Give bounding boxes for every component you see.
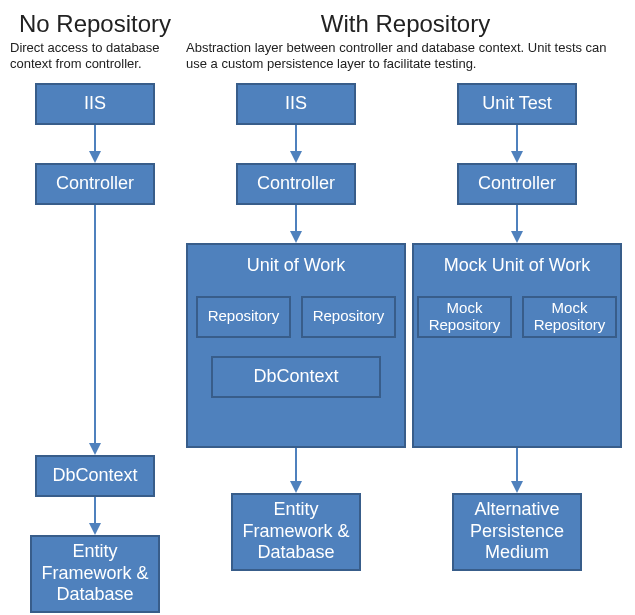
section-title-left: No Repository: [10, 10, 180, 38]
iis-box: IIS: [35, 83, 155, 125]
section-subtitle-right: Abstraction layer between controller and…: [186, 40, 625, 73]
arrow-down-icon: [286, 205, 306, 243]
mock-uow-title: Mock Unit of Work: [444, 255, 591, 276]
svg-marker-11: [290, 481, 302, 493]
mock-repository-box: Mock Repository: [417, 296, 512, 338]
svg-marker-3: [89, 443, 101, 455]
section-subtitle-left: Direct access to database context from c…: [10, 40, 180, 73]
repo-column: IIS Controller Unit of Work Repository R…: [186, 83, 406, 571]
svg-marker-13: [511, 151, 523, 163]
svg-marker-1: [89, 151, 101, 163]
dbcontext-box: DbContext: [35, 455, 155, 497]
arrow-down-icon: [507, 125, 527, 163]
arrow-down-icon: [286, 448, 306, 493]
svg-marker-5: [89, 523, 101, 535]
diagram-container: No Repository Direct access to database …: [10, 10, 625, 613]
controller-box: Controller: [35, 163, 155, 205]
iis-box: IIS: [236, 83, 356, 125]
svg-marker-9: [290, 231, 302, 243]
arrow-down-icon: [85, 497, 105, 535]
mock-repo-row: Mock Repository Mock Repository: [417, 296, 617, 338]
dbcontext-box: DbContext: [211, 356, 381, 398]
controller-box: Controller: [457, 163, 577, 205]
with-repository-section: With Repository Abstraction layer betwee…: [186, 10, 625, 613]
unit-test-box: Unit Test: [457, 83, 577, 125]
controller-box: Controller: [236, 163, 356, 205]
repository-box: Repository: [301, 296, 396, 338]
repository-box: Repository: [196, 296, 291, 338]
arrow-down-icon: [507, 448, 527, 493]
alt-persistence-box: Alternative Persistence Medium: [452, 493, 582, 571]
section-title-right: With Repository: [186, 10, 625, 38]
mock-unit-of-work-box: Mock Unit of Work Mock Repository Mock R…: [412, 243, 622, 448]
ef-database-box: Entity Framework & Database: [231, 493, 361, 571]
no-repository-section: No Repository Direct access to database …: [10, 10, 180, 613]
svg-marker-17: [511, 481, 523, 493]
svg-marker-15: [511, 231, 523, 243]
arrow-down-icon: [85, 125, 105, 163]
arrow-down-icon: [507, 205, 527, 243]
svg-marker-7: [290, 151, 302, 163]
right-columns: IIS Controller Unit of Work Repository R…: [186, 83, 625, 571]
ef-database-box: Entity Framework & Database: [30, 535, 160, 613]
repo-row: Repository Repository: [196, 296, 396, 338]
uow-title: Unit of Work: [247, 255, 346, 276]
mock-repository-box: Mock Repository: [522, 296, 617, 338]
left-column: IIS Controller DbContext Entity Framewor…: [10, 83, 180, 613]
unit-of-work-box: Unit of Work Repository Repository DbCon…: [186, 243, 406, 448]
arrow-down-icon: [85, 205, 105, 455]
mock-column: Unit Test Controller Mock Unit of Work M…: [412, 83, 622, 571]
arrow-down-icon: [286, 125, 306, 163]
